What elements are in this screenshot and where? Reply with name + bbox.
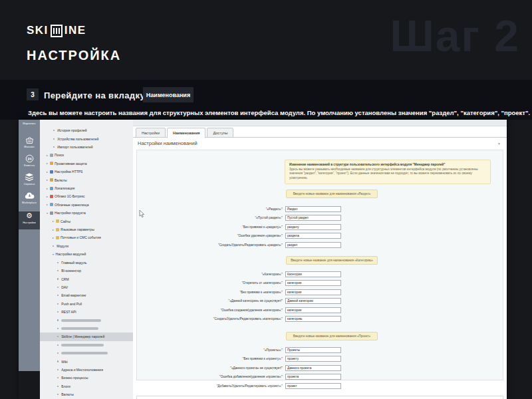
iconbar-label: Магазин — [24, 145, 34, 148]
menu-item-label: Wiki — [61, 360, 67, 364]
naming-input[interactable] — [285, 307, 341, 313]
iconbar-item-layers[interactable]: Сервисы — [19, 173, 40, 186]
menu-item[interactable]: ▸Проактивная защита — [40, 160, 133, 168]
form-row: "Создать/Удалить/Редактировать «раздел»:… — [137, 242, 504, 248]
naming-input[interactable] — [285, 215, 341, 221]
menu-item[interactable]: История профилей — [40, 126, 133, 134]
iconbar-label: Маркетинг — [23, 122, 35, 125]
iconbar-item-basket[interactable]: Магазин — [19, 136, 40, 148]
naming-input[interactable] — [285, 383, 341, 389]
bullet-icon — [57, 360, 59, 362]
menu-item[interactable]: Главный модуль — [40, 259, 133, 267]
menu-item-label: Проактивная защита — [55, 162, 87, 166]
menu-item[interactable]: Email-маркетинг — [40, 291, 133, 299]
chevron-down-icon: ▾ — [47, 211, 48, 215]
menu-item[interactable]: ▸Валюты — [40, 176, 133, 184]
iconbar-item-clients-24[interactable]: 24Клиенты — [19, 154, 40, 167]
menu-item-label: BI-коннектор — [61, 269, 81, 273]
form-row: "Ошибка удаления «раздела»:" — [137, 233, 504, 239]
naming-input[interactable] — [285, 233, 341, 239]
cloud-icon — [50, 195, 53, 198]
bullet-icon — [57, 270, 59, 271]
menu-item[interactable]: ▸Облако 1С-Битрикс — [40, 192, 133, 200]
chevron-right-icon: ▸ — [47, 195, 48, 198]
next-section-edge — [136, 396, 503, 399]
shield-icon — [50, 162, 53, 165]
sidebar-menu: История профилейУстройства пользователей… — [40, 120, 133, 399]
menu-item[interactable]: Устройства пользователей — [40, 134, 133, 142]
tab-namings[interactable]: Наименования — [167, 128, 206, 138]
naming-input[interactable] — [285, 316, 341, 322]
menu-item[interactable]: ▸Настройка HTTPS — [40, 168, 133, 176]
menu-item-skilline[interactable]: Skilline | Менеджер паролей — [40, 332, 133, 340]
form-row: "«Проекты»:" — [137, 347, 504, 353]
menu-item-blurred[interactable] — [40, 349, 133, 357]
naming-input[interactable] — [285, 242, 341, 248]
iconbar-item-megaphone[interactable]: Маркетинг — [19, 122, 40, 125]
menu-item[interactable]: ▸Сайты — [40, 217, 133, 225]
menu-item-label: Настройки продукта — [55, 211, 86, 215]
bullet-icon — [57, 287, 59, 288]
admin-screenshot: МаркетингМагазин24КлиентыСервисыMarketpl… — [19, 120, 507, 399]
iconbar-label: Marketplace — [22, 201, 37, 204]
menu-item-blurred[interactable] — [40, 325, 133, 332]
naming-input[interactable] — [285, 280, 341, 286]
chevron-right-icon: ▸ — [53, 219, 54, 223]
menu-item-label: CRM — [61, 277, 68, 281]
menu-item[interactable]: ▸Почтовые и СМС события — [40, 233, 133, 241]
menu-item[interactable]: DAV — [40, 283, 133, 291]
menu-item-label: Поиск — [55, 153, 64, 157]
folder-icon — [56, 228, 59, 231]
naming-input[interactable] — [285, 356, 341, 362]
naming-input[interactable] — [285, 298, 341, 304]
naming-input[interactable] — [285, 224, 341, 230]
menu-item[interactable]: Импорт пользователей — [40, 143, 133, 151]
blurred-label — [61, 352, 108, 354]
folder-icon — [56, 236, 59, 239]
naming-input[interactable] — [285, 206, 341, 212]
naming-input[interactable] — [285, 271, 341, 277]
menu-item[interactable]: Адреса и Местоположения — [40, 366, 133, 374]
bullet-icon — [53, 146, 55, 148]
menu-item[interactable]: ▸Языковые параметры — [40, 225, 133, 233]
namings-tab-button[interactable]: Наименования — [143, 87, 194, 102]
step-description: Здесь вы можете настроить названия для с… — [28, 109, 530, 116]
bullet-icon — [57, 352, 59, 354]
menu-item[interactable]: BI-коннектор — [40, 267, 133, 275]
menu-item[interactable]: ▾Настройки продукта — [40, 209, 133, 217]
collapse-chevron-icon[interactable]: ▼ — [497, 142, 501, 146]
iconbar-item-cloud-download[interactable]: Marketplace — [19, 192, 40, 204]
menu-item[interactable]: Модули — [40, 242, 133, 250]
form-row: "Без привязки к «категории»:" — [137, 289, 504, 295]
tab-settings[interactable]: Настройки — [136, 128, 166, 138]
menu-item[interactable]: Wiki — [40, 357, 133, 365]
menu-item-blurred[interactable] — [40, 341, 133, 349]
form-row: "Добавить/Удалить/Редактировать «проект»… — [137, 383, 504, 389]
notice-box: Изменение наименований в структуре польз… — [285, 160, 491, 184]
admin-toolbar-strip — [133, 120, 507, 126]
menu-item[interactable]: ▸Локализация — [40, 184, 133, 192]
naming-input[interactable] — [285, 365, 341, 371]
menu-item[interactable]: Push and Pull — [40, 300, 133, 308]
menu-item[interactable]: ▸Поиск — [40, 151, 133, 159]
menu-item[interactable]: CRM — [40, 275, 133, 283]
menu-item[interactable]: REST API — [40, 308, 133, 316]
lock-icon — [50, 170, 53, 174]
naming-input[interactable] — [285, 289, 341, 295]
menu-item[interactable]: Блоги — [40, 382, 133, 390]
bullet-icon — [57, 377, 59, 378]
menu-item[interactable]: ▸Облачные хранилища — [40, 201, 133, 209]
naming-label: "Ошибка создания/удаления «категории»:" — [137, 309, 285, 312]
admin-main: НастройкиНаименованияДоступы Настройки н… — [133, 120, 507, 399]
menu-item[interactable]: Бизнес-процессы — [40, 374, 133, 382]
naming-input[interactable] — [285, 347, 341, 353]
menu-item[interactable]: Валюты — [40, 390, 133, 398]
iconbar-item-gear[interactable]: ⚙Настройки — [19, 211, 40, 229]
menu-item-label: Локализация — [55, 186, 74, 190]
naming-input[interactable] — [285, 374, 341, 380]
menu-item-blurred[interactable] — [40, 316, 133, 324]
naming-label: "Открепить от «категории»:" — [137, 281, 285, 285]
bullet-icon — [57, 344, 59, 346]
tab-access[interactable]: Доступы — [207, 128, 233, 138]
menu-item[interactable]: ▾Настройки модулей — [40, 250, 133, 258]
